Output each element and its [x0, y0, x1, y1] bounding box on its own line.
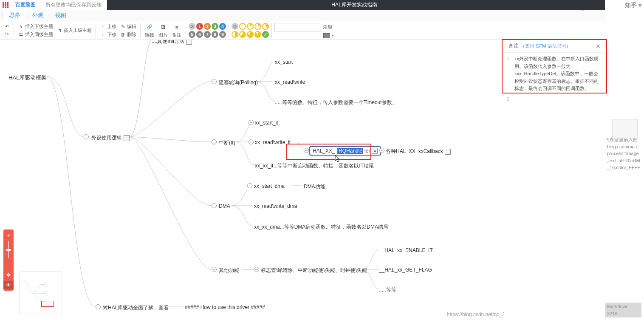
- down-button[interactable]: ↓下移: [99, 31, 118, 38]
- toggle-icon[interactable]: [212, 267, 217, 272]
- progress-done-icon[interactable]: ✓: [262, 31, 269, 38]
- node-it-start[interactable]: xx_start_it: [255, 120, 278, 126]
- progress-row-2: ✓: [232, 31, 269, 38]
- note-button[interactable]: ≡备注: [170, 23, 183, 38]
- note-indicator-icon[interactable]: [124, 135, 130, 141]
- node-logic[interactable]: 外设使用逻辑: [91, 134, 130, 142]
- up-button[interactable]: ↑上移: [99, 23, 118, 30]
- node-dma-start-r[interactable]: DMA功能: [304, 183, 325, 190]
- toggle-icon[interactable]: [254, 267, 259, 272]
- delete-button[interactable]: 🗑删除: [119, 31, 138, 38]
- trash-icon: 🗑: [120, 31, 126, 37]
- node-howto[interactable]: 对HAL库驱动全面了解，查看: [103, 304, 169, 312]
- node-poll-start[interactable]: xx_start: [275, 59, 293, 65]
- progress-1-icon[interactable]: [247, 23, 254, 30]
- toggle-icon[interactable]: [212, 203, 217, 208]
- toggle-icon[interactable]: [249, 120, 254, 125]
- color-swatch[interactable]: [323, 33, 330, 38]
- highlight-box-irq: [286, 144, 371, 160]
- notes-editor[interactable]: 1 xx外设中断处理函数，在中断入口函数调用。该函数传入参数一般为 xxx_Ha…: [504, 53, 605, 95]
- node-dma-note[interactable]: xx_xx_dma...等等DMA启动函数。特征，函数名以DMA结尾: [254, 224, 388, 231]
- undo-button[interactable]: ↶: [3, 23, 11, 30]
- edit-button[interactable]: ✎编辑: [119, 23, 138, 30]
- redo-button[interactable]: ↷: [3, 31, 11, 38]
- mindmap-canvas[interactable]: HAL库驱动框架 外设使用逻辑 ....其他Init方法 阻塞轮询(Pollin…: [0, 40, 504, 320]
- node-callback[interactable]: 各种HAL_XX_xxCallback: [386, 148, 451, 155]
- note-indicator-icon[interactable]: [445, 149, 451, 155]
- locate-button[interactable]: ✥: [5, 271, 12, 279]
- add-tag-button[interactable]: 添加: [323, 24, 334, 30]
- tag-input[interactable]: [274, 23, 321, 31]
- progress-none-icon[interactable]: ⊘: [232, 23, 238, 30]
- progress-3-icon[interactable]: [262, 23, 269, 30]
- edit-label: 编辑: [127, 23, 136, 30]
- progress-6-icon[interactable]: [247, 31, 254, 38]
- node-flag-1[interactable]: __HAL_xx_ENABLE_IT: [379, 247, 433, 253]
- minimap-viewport[interactable]: [41, 301, 54, 307]
- priority-7[interactable]: 7: [204, 31, 211, 38]
- node-root[interactable]: HAL库驱动框架: [8, 74, 47, 82]
- thumbnail[interactable]: [612, 119, 638, 139]
- toggle-icon[interactable]: [96, 304, 101, 309]
- priority-2[interactable]: 2: [204, 23, 211, 30]
- insert-child-button[interactable]: ↳插入下级主题: [17, 23, 54, 30]
- close-icon[interactable]: ✕: [596, 43, 601, 50]
- node-poll-rw[interactable]: xx_read\write: [275, 79, 305, 85]
- toggle-icon[interactable]: [84, 134, 89, 139]
- node-otherfn[interactable]: 其他功能: [219, 267, 239, 274]
- preview-toggle-button[interactable]: 👁: [3, 281, 14, 289]
- toggle-icon[interactable]: [212, 79, 217, 84]
- progress-4-icon[interactable]: [232, 31, 238, 38]
- note-indicator-icon[interactable]: ≡: [372, 148, 378, 154]
- priority-1[interactable]: 1: [196, 23, 203, 30]
- node-dma-rw[interactable]: xx_read\write_dma: [254, 203, 297, 209]
- chevron-down-icon[interactable]: ▾: [332, 34, 334, 38]
- insert-sibling-button[interactable]: ⇆插入同级主题: [17, 31, 54, 38]
- image-button[interactable]: 🖼图片: [157, 23, 169, 38]
- priority-none-icon[interactable]: ⊘: [189, 23, 195, 30]
- toggle-icon[interactable]: [379, 148, 384, 153]
- note-icon: ≡: [172, 23, 181, 31]
- node-dma-start[interactable]: xx_start_dma: [254, 183, 285, 189]
- progress-row-1: ⊘: [232, 23, 269, 30]
- apps-icon[interactable]: [0, 0, 11, 10]
- tab-view[interactable]: 视图: [49, 9, 72, 21]
- minimap[interactable]: [20, 272, 62, 314]
- node-flag-2[interactable]: __HAL_xx_GET_FLAG: [379, 267, 432, 273]
- progress-0-icon[interactable]: [239, 23, 246, 30]
- priority-4[interactable]: 4: [219, 23, 226, 30]
- zoom-in-button[interactable]: ＋: [5, 231, 12, 239]
- zoom-out-button[interactable]: －: [5, 261, 12, 269]
- progress-7-icon[interactable]: [254, 31, 261, 38]
- node-howto-r[interactable]: ##### How to use this driver #####: [185, 304, 265, 310]
- toggle-icon[interactable]: [249, 139, 254, 144]
- zoom-tools: ＋ － ✥ 👁: [3, 229, 14, 291]
- node-flag-3[interactable]: .....等等: [379, 286, 396, 294]
- node-polling[interactable]: 阻塞轮询(Polling): [219, 79, 258, 86]
- toggle-icon[interactable]: [247, 183, 252, 188]
- node-it-rw[interactable]: xx_read\write_it: [255, 139, 291, 145]
- link-button[interactable]: 🔗链接: [143, 23, 156, 38]
- progress-2-icon[interactable]: [254, 23, 261, 30]
- progress-5-icon[interactable]: [239, 31, 246, 38]
- insert-child-icon: ↳: [18, 23, 24, 29]
- node-it-note[interactable]: xx_xx_it...等等中断启动函数。特指，函数名以IT结尾: [255, 162, 374, 170]
- insert-parent-button[interactable]: ↰插入上级主题: [55, 27, 93, 34]
- node-poll-note[interactable]: .....等等函数。特征，传入参数需要一个Timeout参数。: [275, 99, 397, 106]
- priority-8[interactable]: 8: [212, 31, 218, 38]
- redo-icon: ↷: [4, 31, 10, 37]
- priority-6[interactable]: 6: [196, 31, 203, 38]
- zoom-slider[interactable]: [8, 241, 9, 258]
- node-it[interactable]: 中断(It): [219, 139, 235, 147]
- tab-look[interactable]: 外观: [26, 9, 49, 21]
- node-other-init[interactable]: ....其他Init方法: [152, 40, 192, 45]
- priority-9[interactable]: 9: [219, 31, 226, 38]
- priority-3[interactable]: 3: [212, 23, 218, 30]
- toggle-icon[interactable]: [212, 139, 217, 144]
- node-dma[interactable]: DMA: [219, 203, 230, 209]
- note-indicator-icon[interactable]: [186, 40, 192, 45]
- priority-5[interactable]: 5: [189, 31, 195, 38]
- notes-line-1: xx外设中断处理函数，在中断入口函数调用。该函数传入参数一般为 xxx_Hand…: [514, 55, 602, 93]
- node-flag[interactable]: 标志查询\清除、中断功能使\失能、时钟使\失能: [261, 267, 367, 274]
- tab-think[interactable]: 思路: [3, 9, 26, 21]
